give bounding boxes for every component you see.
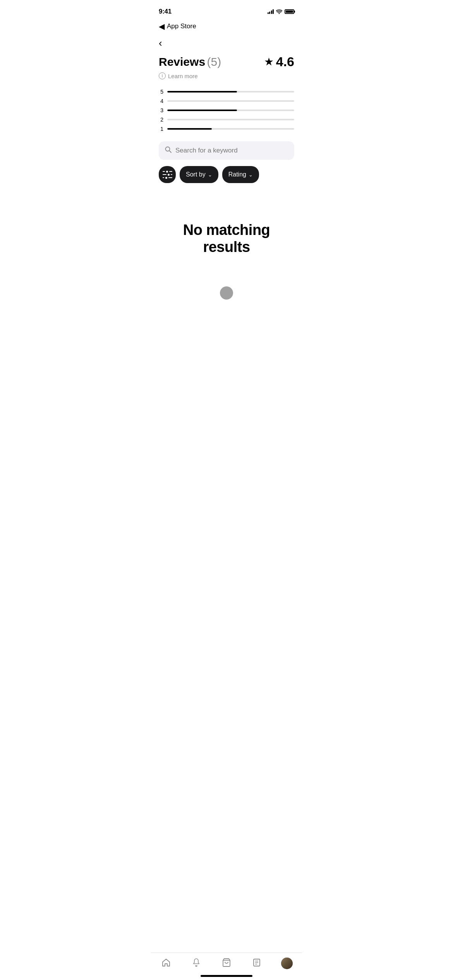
- bar-fill-3: [167, 110, 237, 111]
- bar-row-2: 2: [159, 117, 294, 123]
- rating-number: 4.6: [276, 54, 294, 69]
- learn-more-label: Learn more: [168, 73, 198, 79]
- no-results-text: No matching results: [166, 222, 287, 255]
- back-arrow-icon: ◀: [159, 22, 165, 30]
- status-bar: 9:41: [151, 0, 302, 19]
- rating-section: ★ 4.6: [264, 54, 294, 69]
- battery-icon: [285, 9, 294, 14]
- status-time: 9:41: [159, 8, 172, 15]
- bar-row-3: 3: [159, 107, 294, 113]
- scroll-dot: [220, 286, 233, 300]
- wifi-icon: [276, 9, 282, 14]
- no-results-section: No matching results: [159, 199, 294, 271]
- bar-label-2: 2: [159, 117, 163, 123]
- bar-row-4: 4: [159, 98, 294, 104]
- bar-row-5: 5: [159, 89, 294, 95]
- sort-by-button[interactable]: Sort by ⌄: [180, 166, 218, 183]
- main-content: Reviews (5) ★ 4.6 i Learn more 5 4 3: [151, 54, 302, 323]
- bar-track-1: [167, 128, 294, 130]
- sliders-icon: [162, 170, 173, 180]
- no-results-line1: No matching: [183, 222, 270, 238]
- info-icon: i: [159, 72, 166, 79]
- app-store-label: App Store: [167, 22, 196, 30]
- bar-label-3: 3: [159, 107, 163, 113]
- rating-chevron-icon: ⌄: [249, 172, 253, 178]
- bar-fill-5: [167, 91, 237, 93]
- sort-by-label: Sort by: [186, 171, 206, 178]
- filter-icon-button[interactable]: [159, 166, 176, 183]
- svg-line-1: [169, 151, 171, 152]
- rating-bars: 5 4 3 2 1: [159, 89, 294, 132]
- bar-label-1: 1: [159, 126, 163, 132]
- no-results-line2: results: [203, 239, 250, 255]
- filter-row: Sort by ⌄ Rating ⌄: [159, 166, 294, 183]
- rating-filter-label: Rating: [228, 171, 246, 178]
- star-icon: ★: [264, 55, 274, 68]
- learn-more-button[interactable]: i Learn more: [159, 72, 294, 79]
- reviews-header: Reviews (5) ★ 4.6: [159, 54, 294, 69]
- bar-track-3: [167, 110, 294, 111]
- back-button[interactable]: ‹: [159, 37, 162, 49]
- bar-track-5: [167, 91, 294, 93]
- sort-by-chevron-icon: ⌄: [208, 172, 212, 178]
- reviews-title: Reviews: [159, 55, 205, 68]
- back-row: ‹: [151, 35, 302, 54]
- reviews-title-group: Reviews (5): [159, 55, 221, 69]
- nav-bar: ◀ App Store: [151, 19, 302, 35]
- search-icon: [165, 146, 172, 155]
- bar-track-4: [167, 100, 294, 102]
- rating-filter-button[interactable]: Rating ⌄: [222, 166, 259, 183]
- status-icons: [268, 9, 295, 14]
- bar-track-2: [167, 119, 294, 120]
- reviews-count: (5): [207, 55, 221, 68]
- bar-label-4: 4: [159, 98, 163, 104]
- search-container[interactable]: [159, 141, 294, 160]
- bar-fill-1: [167, 128, 212, 130]
- signal-bars-icon: [268, 9, 274, 14]
- bar-row-1: 1: [159, 126, 294, 132]
- search-input[interactable]: [175, 147, 288, 154]
- bar-label-5: 5: [159, 89, 163, 95]
- scroll-indicator: [159, 271, 294, 323]
- back-store-button[interactable]: ◀ App Store: [159, 22, 196, 30]
